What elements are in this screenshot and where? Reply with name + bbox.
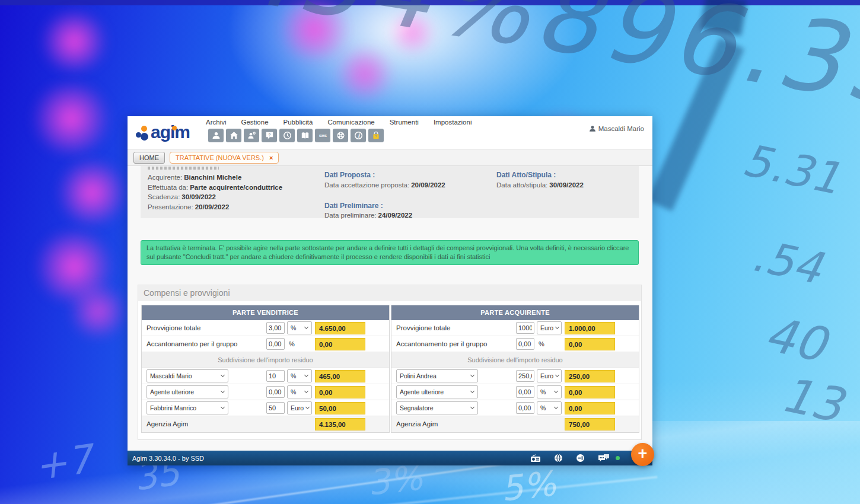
chevron-down-icon [555, 373, 559, 377]
buyer-agent-2-input[interactable] [516, 386, 534, 398]
logout-icon[interactable] [576, 454, 585, 462]
chevron-down-icon [304, 325, 308, 329]
seller-agent-1-select[interactable]: Mascaldi Mario [146, 369, 228, 382]
user-icon[interactable] [208, 129, 224, 142]
chevron-down-icon [221, 373, 225, 377]
clock-icon[interactable] [279, 129, 295, 142]
status-bar-icons [530, 451, 620, 465]
chevron-down-icon [304, 389, 308, 393]
status-bar: Agim 3.30.34.0 - by SSD [128, 451, 652, 465]
buyer-total-row: Provvigione totale Euro 1.000,00 [391, 320, 639, 336]
chevron-down-icon [470, 389, 474, 393]
chevron-down-icon [470, 373, 474, 377]
logo-dot [141, 133, 148, 141]
summary-middle-column: Dati Proposta : Data accettazione propos… [324, 166, 445, 219]
seller-agent-1-value: 465,00 [315, 370, 365, 382]
chevron-down-icon [470, 405, 474, 409]
buyer-agent-1-select[interactable]: Polini Andrea [396, 369, 478, 382]
agent-status-icon[interactable] [244, 129, 259, 142]
summary-field: Acquirente:Bianchini Michele [148, 174, 282, 181]
seller-agent-2-unit-select[interactable]: % [287, 385, 312, 398]
summary-left-column: Acquirente:Bianchini Michele Effettuata … [148, 166, 282, 210]
preliminare-title: Dati Preliminare : [324, 202, 445, 209]
buyer-total-unit-select[interactable]: Euro [537, 321, 562, 334]
compensi-section: Compensi e provvigioni PARTE VENDITRICE … [138, 285, 642, 440]
buyer-agent-row: Segnalatore % 0,00 [391, 400, 639, 416]
buyer-agent-1-unit-select[interactable]: Euro [537, 369, 562, 382]
summary-field: Effettuata da:Parte acquirente/conduttri… [148, 184, 282, 191]
summary-field: Scadenza:30/09/2022 [148, 193, 282, 200]
buyer-segnalatore-input[interactable] [516, 402, 534, 414]
chevron-down-icon [554, 389, 558, 393]
seller-agent-3-unit-select[interactable]: Euro [287, 401, 312, 414]
seller-agent-3-select[interactable]: Fabbrini Manrico [146, 401, 228, 414]
menu-comunicazione[interactable]: Comunicazione [327, 119, 374, 126]
seller-agent-3-input[interactable] [266, 402, 285, 414]
buyer-agent-2-select[interactable]: Agente ulteriore [396, 385, 478, 398]
seller-total-row: Provvigione totale % 4.650,00 [142, 320, 389, 336]
tab-close-icon[interactable]: × [269, 154, 273, 161]
chat-question-icon[interactable]: ? [262, 129, 277, 142]
negotiation-ended-alert: La trattativa è terminata. E' possibile … [141, 240, 639, 265]
buyer-subdivision-header: Suddivisione dell'importo residuo [391, 352, 639, 368]
main-menu: Archivi Gestione Pubblicità Comunicazion… [206, 119, 472, 126]
toolbar-icons: ? SMS i [208, 129, 384, 142]
logo-dot [141, 126, 147, 132]
tab-bar: HOME TRATTATIVE (NUOVA VERS.) × [128, 149, 652, 166]
seller-accantonamento-input[interactable] [266, 338, 285, 350]
led-ticker-blob [332, 47, 397, 101]
chevron-down-icon [304, 373, 308, 377]
app-header: agim Archivi Gestione Pubblicità Comunic… [128, 116, 652, 149]
atto-title: Dati Atto/Stipula : [496, 171, 584, 178]
seller-agent-1-unit-select[interactable]: % [287, 369, 312, 382]
menu-gestione[interactable]: Gestione [241, 119, 269, 126]
logged-user[interactable]: Mascaldi Mario [589, 125, 644, 132]
chat-icon[interactable] [598, 454, 610, 463]
tab-home[interactable]: HOME [133, 152, 165, 164]
agim-app-window: agim Archivi Gestione Pubblicità Comunic… [128, 116, 652, 465]
buyer-agency-value: 750,00 [565, 418, 615, 430]
buyer-accantonamento-input[interactable] [516, 338, 534, 350]
shop-bag-icon[interactable] [368, 129, 384, 142]
buyer-segnalatore-select[interactable]: Segnalatore [396, 401, 478, 414]
buyer-agent-2-value: 0,00 [565, 386, 615, 398]
globe-icon[interactable] [554, 454, 563, 462]
menu-archivi[interactable]: Archivi [206, 119, 227, 126]
buyer-total-value: 1.000,00 [565, 322, 615, 334]
row-label: Accantonamento per il gruppo [146, 340, 237, 347]
menu-strumenti[interactable]: Strumenti [390, 119, 419, 126]
svg-text:i: i [358, 133, 361, 139]
seller-agent-2-input[interactable] [266, 386, 285, 398]
seller-accantonamento-value: 0,00 [315, 338, 365, 350]
chevron-down-icon [555, 325, 559, 329]
chevron-down-icon [221, 405, 225, 409]
seller-total-input[interactable] [266, 322, 285, 334]
add-fab-button[interactable]: + [631, 443, 654, 466]
seller-agent-1-input[interactable] [266, 370, 285, 382]
menu-pubblicita[interactable]: Pubblicità [284, 119, 313, 126]
seller-total-unit-select[interactable]: % [287, 321, 312, 334]
seller-subdivision-header: Suddivisione dell'importo residuo [142, 352, 389, 368]
book-icon[interactable] [297, 129, 313, 142]
percent-label: % [289, 340, 295, 347]
buyer-agent-1-input[interactable] [516, 370, 534, 382]
radio-icon[interactable] [530, 454, 541, 462]
chevron-down-icon [305, 405, 310, 409]
sms-icon[interactable]: SMS [315, 129, 330, 142]
menu-impostazioni[interactable]: Impostazioni [434, 119, 472, 126]
row-label: Accantonamento per il gruppo [396, 340, 487, 347]
buyer-segnalatore-unit-select[interactable]: % [537, 401, 562, 414]
seller-agency-row: Agenzia Agim 4.135,00 [142, 416, 389, 432]
seller-agent-row: Fabbrini Manrico Euro 50,00 [142, 400, 389, 416]
info-icon[interactable]: i [351, 129, 366, 142]
seller-agent-3-value: 50,00 [315, 402, 365, 414]
seller-agent-2-select[interactable]: Agente ulteriore [146, 385, 228, 398]
reel-icon[interactable] [333, 129, 348, 142]
led-ticker-blob [273, 0, 356, 59]
buyer-total-input[interactable] [516, 322, 534, 334]
buyer-segnalatore-value: 0,00 [565, 402, 615, 414]
home-icon[interactable] [226, 129, 241, 142]
buyer-agent-2-unit-select[interactable]: % [537, 385, 562, 398]
tab-trattative[interactable]: TRATTATIVE (NUOVA VERS.) × [170, 152, 279, 164]
logged-user-name: Mascaldi Mario [598, 125, 644, 132]
